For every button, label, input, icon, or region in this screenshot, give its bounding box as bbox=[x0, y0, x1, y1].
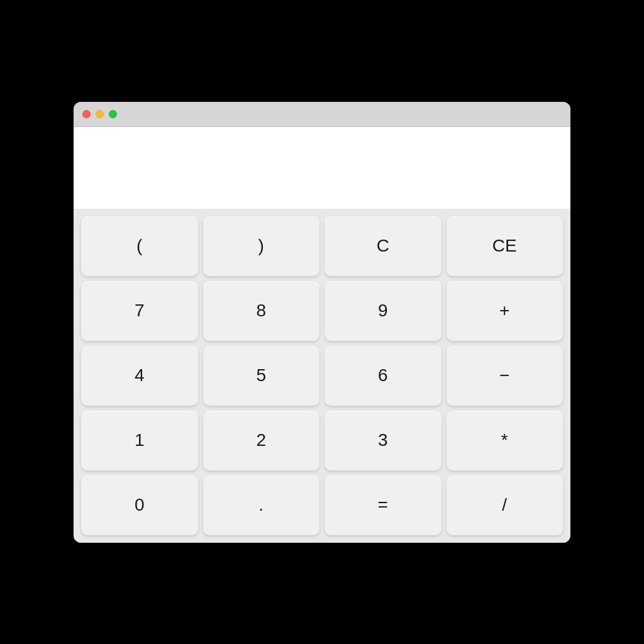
six-button[interactable]: 6 bbox=[325, 346, 441, 406]
maximize-button[interactable] bbox=[109, 110, 117, 118]
eight-button[interactable]: 8 bbox=[203, 281, 320, 341]
minus-button[interactable]: − bbox=[447, 346, 564, 406]
minimize-button[interactable] bbox=[96, 110, 104, 118]
open-paren-button[interactable]: ( bbox=[81, 216, 198, 276]
close-paren-button[interactable]: ) bbox=[203, 216, 320, 276]
seven-button[interactable]: 7 bbox=[81, 281, 198, 341]
divide-button[interactable]: / bbox=[447, 475, 564, 535]
multiply-button[interactable]: * bbox=[447, 411, 564, 470]
display bbox=[74, 127, 570, 209]
nine-button[interactable]: 9 bbox=[325, 281, 441, 341]
clear-button[interactable]: C bbox=[325, 216, 441, 276]
calculator-body: ( ) C CE 7 8 9 + 4 5 6 − 1 2 3 * 0 . = / bbox=[74, 209, 570, 543]
decimal-button[interactable]: . bbox=[203, 475, 320, 535]
equals-button[interactable]: = bbox=[325, 475, 441, 535]
three-button[interactable]: 3 bbox=[325, 411, 441, 470]
zero-button[interactable]: 0 bbox=[81, 475, 198, 535]
button-grid: ( ) C CE 7 8 9 + 4 5 6 − 1 2 3 * 0 . = / bbox=[81, 216, 563, 535]
titlebar bbox=[74, 102, 570, 127]
plus-button[interactable]: + bbox=[447, 281, 564, 341]
calculator-window: ( ) C CE 7 8 9 + 4 5 6 − 1 2 3 * 0 . = / bbox=[74, 102, 570, 543]
five-button[interactable]: 5 bbox=[203, 346, 320, 406]
two-button[interactable]: 2 bbox=[203, 411, 320, 470]
clear-entry-button[interactable]: CE bbox=[447, 216, 564, 276]
one-button[interactable]: 1 bbox=[81, 411, 198, 470]
four-button[interactable]: 4 bbox=[81, 346, 198, 406]
close-button[interactable] bbox=[82, 110, 91, 118]
